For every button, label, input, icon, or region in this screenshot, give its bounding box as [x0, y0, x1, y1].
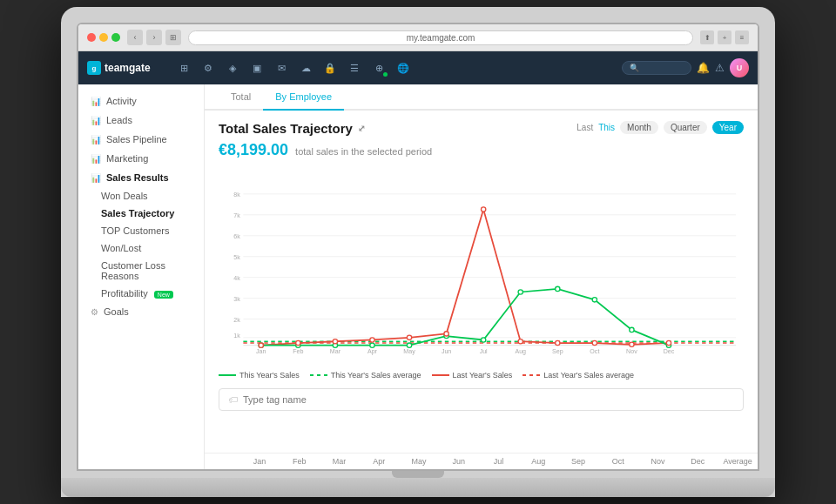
nav-icon-cloud[interactable]: ☁: [296, 58, 315, 77]
month-aug: Aug: [518, 457, 558, 466]
svg-point-35: [407, 343, 411, 347]
svg-text:3k: 3k: [233, 296, 240, 303]
share-button[interactable]: ⬆: [700, 30, 714, 44]
legend-last-year-avg: Last Year's Sales average: [522, 371, 634, 380]
month-mar: Mar: [320, 457, 360, 466]
view-button[interactable]: ⊞: [165, 30, 181, 45]
goals-icon: ⚙: [91, 307, 98, 317]
tag-input-area[interactable]: 🏷: [219, 388, 744, 411]
nav-icon-lock[interactable]: 🔒: [320, 58, 340, 77]
tab-by-employee[interactable]: By Employee: [263, 84, 344, 111]
browser-nav: ‹ › ⊞: [127, 30, 181, 45]
sidebar-item-sales-trajectory[interactable]: Sales Trajectory: [78, 205, 204, 222]
sidebar-item-marketing[interactable]: 📊 Marketing: [78, 149, 204, 168]
content-area: 📊 Activity 📊 Leads 📊 Sales Pipeline 📊 Ma…: [78, 84, 758, 469]
last-label: Last: [576, 123, 593, 132]
sidebar: 📊 Activity 📊 Leads 📊 Sales Pipeline 📊 Ma…: [78, 84, 205, 469]
svg-point-46: [370, 338, 374, 342]
svg-point-43: [259, 343, 263, 347]
svg-point-50: [518, 339, 522, 344]
legend-this-year-sales: This Year's Sales: [219, 371, 300, 380]
traffic-lights: [87, 33, 120, 42]
marketing-icon: 📊: [91, 154, 101, 164]
month-average: Average: [718, 457, 758, 466]
svg-point-45: [333, 339, 337, 344]
month-jun: Jun: [439, 457, 479, 466]
svg-text:Jun: Jun: [442, 348, 451, 355]
nav-icon-add[interactable]: ⊕: [369, 58, 388, 77]
forward-button[interactable]: ›: [146, 30, 162, 45]
month-dec: Dec: [678, 457, 718, 466]
nav-icon-globe[interactable]: 🌐: [394, 58, 413, 77]
svg-point-54: [666, 340, 671, 345]
month-feb: Feb: [280, 457, 320, 466]
legend-line-red-dash: [522, 374, 540, 376]
logo-text: teamgate: [104, 62, 151, 74]
nav-icon-diamond[interactable]: ◈: [223, 58, 242, 77]
sidebar-item-sales-pipeline[interactable]: 📊 Sales Pipeline: [78, 130, 204, 149]
sidebar-item-won-deals[interactable]: Won Deals: [78, 187, 204, 205]
search-icon: 🔍: [630, 64, 639, 72]
nav-icon-list[interactable]: ☰: [345, 58, 364, 77]
month-nov: Nov: [638, 457, 678, 466]
sidebar-section-sales-results[interactable]: 📊 Sales Results: [78, 168, 204, 187]
svg-text:Mar: Mar: [330, 348, 341, 355]
sidebar-item-top-customers[interactable]: TOP Customers: [78, 222, 204, 239]
tag-icon: 🏷: [228, 394, 238, 405]
svg-text:8k: 8k: [233, 192, 240, 198]
svg-text:Sep: Sep: [552, 348, 563, 355]
minimize-button[interactable]: [99, 33, 108, 42]
sidebar-item-activity[interactable]: 📊 Activity: [78, 91, 204, 111]
legend-this-year-avg: This Year's Sales average: [310, 371, 421, 380]
avatar[interactable]: U: [730, 58, 749, 77]
laptop-shell: ‹ › ⊞ my.teamgate.com ⬆ + ≡ g teamgate: [61, 7, 775, 497]
chart-area: Total Sales Trajectory ⤢ Last This Month…: [205, 111, 758, 453]
expand-icon[interactable]: ⤢: [358, 124, 365, 133]
add-tab-button[interactable]: +: [718, 30, 732, 44]
bell-icon[interactable]: 🔔: [697, 62, 710, 74]
more-button[interactable]: ≡: [735, 30, 749, 44]
sales-results-icon: 📊: [91, 173, 101, 183]
svg-point-52: [592, 340, 597, 345]
month-oct: Oct: [598, 457, 638, 466]
alert-icon[interactable]: ⚠: [715, 62, 725, 74]
sidebar-item-goals[interactable]: ⚙ Goals: [78, 302, 204, 321]
sidebar-item-leads[interactable]: 📊 Leads: [78, 111, 204, 130]
svg-text:May: May: [403, 348, 415, 355]
period-quarter-button[interactable]: Quarter: [664, 121, 707, 134]
sidebar-item-won-lost[interactable]: Won/Lost: [78, 239, 204, 257]
svg-text:Jul: Jul: [480, 348, 488, 355]
maximize-button[interactable]: [111, 33, 120, 42]
close-button[interactable]: [87, 33, 96, 42]
back-button[interactable]: ‹: [127, 30, 143, 45]
nav-icon-mail[interactable]: ✉: [272, 58, 291, 77]
svg-point-53: [630, 342, 634, 346]
address-bar[interactable]: my.teamgate.com: [188, 30, 693, 45]
period-year-button[interactable]: Year: [712, 121, 744, 134]
svg-point-38: [518, 290, 522, 294]
period-month-button[interactable]: Month: [620, 121, 658, 134]
sidebar-item-profitability[interactable]: Profitability New: [78, 285, 204, 302]
svg-point-49: [482, 207, 486, 212]
main-content: Total By Employee Total Sales Trajectory…: [205, 84, 758, 469]
tag-input[interactable]: [243, 394, 734, 405]
search-box[interactable]: 🔍: [622, 61, 691, 75]
nav-icon-grid[interactable]: ⊞: [174, 58, 193, 77]
tab-total[interactable]: Total: [219, 84, 263, 111]
chart-title: Total Sales Trajectory ⤢: [219, 121, 365, 136]
svg-text:7k: 7k: [233, 212, 240, 219]
nav-icon-settings[interactable]: ⚙: [199, 58, 218, 77]
nav-icon-apps[interactable]: ▣: [247, 58, 266, 77]
logo-icon: g: [87, 61, 101, 75]
svg-text:Nov: Nov: [626, 348, 637, 355]
svg-text:6k: 6k: [233, 233, 240, 240]
sidebar-item-customer-loss[interactable]: Customer Loss Reasons: [78, 257, 204, 285]
chart-header: Total Sales Trajectory ⤢ Last This Month…: [219, 121, 744, 136]
svg-point-47: [407, 335, 411, 339]
svg-point-37: [482, 338, 486, 342]
legend-line-green-solid: [219, 374, 236, 376]
period-selector: Last This Month Quarter Year: [576, 121, 744, 134]
top-nav: g teamgate ⊞ ⚙ ◈ ▣ ✉ ☁ 🔒 ☰ ⊕ 🌐: [78, 51, 758, 84]
browser-chrome: ‹ › ⊞ my.teamgate.com ⬆ + ≡: [78, 24, 758, 51]
activity-icon: 📊: [91, 97, 101, 106]
